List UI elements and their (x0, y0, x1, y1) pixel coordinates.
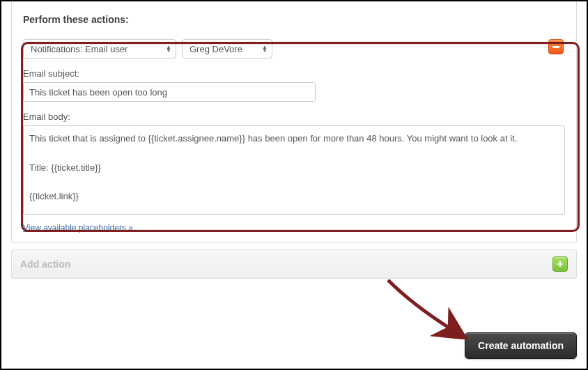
create-automation-button[interactable]: Create automation (465, 332, 577, 359)
email-body-textarea[interactable] (23, 125, 565, 215)
action-row: Notifications: Email user ▲▼ Greg DeVore… (12, 32, 576, 217)
chevron-updown-icon: ▲▼ (262, 45, 268, 52)
action-type-select[interactable]: Notifications: Email user ▲▼ (23, 39, 176, 59)
selects-row: Notifications: Email user ▲▼ Greg DeVore… (23, 39, 565, 59)
email-body-label: Email body: (23, 111, 565, 122)
section-title: Perform these actions: (12, 1, 576, 32)
add-action-button[interactable]: + (552, 256, 568, 272)
annotation-arrow-icon (385, 277, 468, 339)
footer: Create automation (465, 332, 577, 359)
action-user-select[interactable]: Greg DeVore ▲▼ (182, 39, 272, 59)
add-action-row: Add action + (11, 249, 577, 279)
email-subject-input[interactable] (23, 82, 316, 102)
actions-panel: Perform these actions: Notifications: Em… (11, 1, 577, 242)
chevron-updown-icon: ▲▼ (166, 45, 171, 52)
plus-icon: + (557, 259, 563, 270)
action-type-value: Notifications: Email user (31, 44, 127, 54)
remove-action-button[interactable] (548, 39, 564, 54)
minus-icon (552, 46, 559, 48)
add-action-label: Add action (20, 259, 70, 270)
email-subject-label: Email subject: (23, 68, 565, 79)
action-user-value: Greg DeVore (189, 44, 242, 54)
view-placeholders-link[interactable]: View available placeholders » (23, 223, 133, 233)
